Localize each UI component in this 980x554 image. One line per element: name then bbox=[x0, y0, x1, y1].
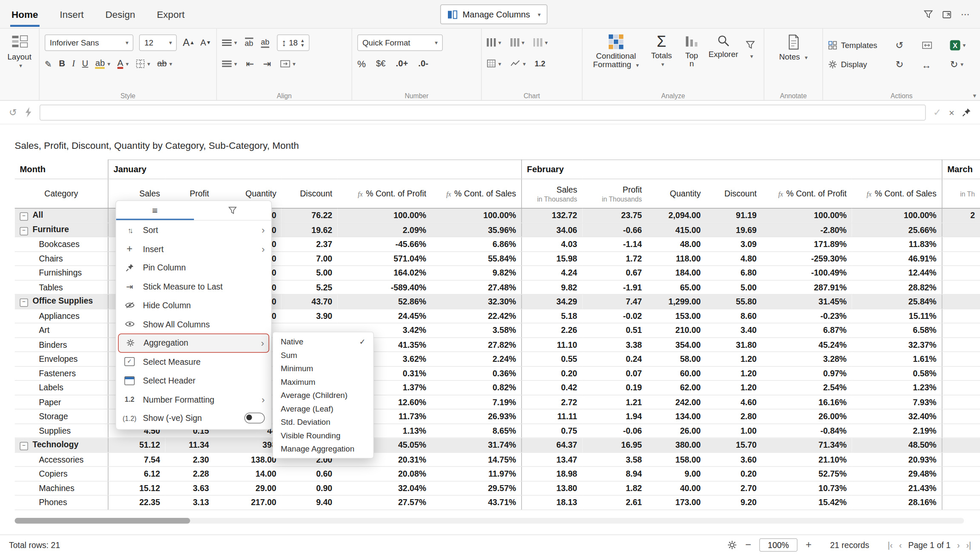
cell[interactable]: 0.90 bbox=[282, 481, 337, 495]
cell[interactable]: 3.13 bbox=[165, 495, 214, 510]
cell[interactable] bbox=[942, 280, 980, 295]
cell[interactable]: 1.23% bbox=[852, 381, 942, 395]
cell[interactable]: 2.26 bbox=[521, 323, 582, 338]
cell[interactable]: 1.82 bbox=[582, 481, 647, 495]
cell[interactable]: 64.37 bbox=[521, 438, 582, 452]
cell[interactable]: 31.74% bbox=[431, 438, 521, 452]
column-header-january-discount[interactable]: Discount bbox=[282, 179, 337, 208]
cell[interactable]: 91.19 bbox=[706, 208, 761, 223]
cell[interactable]: 19.69 bbox=[706, 223, 761, 237]
cell[interactable] bbox=[942, 309, 980, 323]
column-header-february-cont-of-profit[interactable]: fx% Cont. of Profit bbox=[762, 179, 852, 208]
row-header-furnishings[interactable]: Furnishings bbox=[15, 266, 108, 280]
cell[interactable]: 164.02% bbox=[337, 266, 431, 280]
cell[interactable]: 6.58% bbox=[852, 323, 942, 338]
format-painter-icon[interactable]: ✎ bbox=[45, 58, 52, 68]
tab-home[interactable]: Home bbox=[10, 2, 40, 27]
cell[interactable]: 7.47 bbox=[582, 294, 647, 309]
underline-button[interactable]: U bbox=[82, 59, 88, 68]
cell[interactable]: 31.45% bbox=[762, 294, 852, 309]
cell[interactable]: 2 bbox=[942, 208, 980, 223]
cell[interactable]: 7.54 bbox=[108, 452, 165, 467]
tab-export[interactable]: Export bbox=[156, 2, 186, 27]
cell[interactable] bbox=[942, 266, 980, 280]
cell[interactable]: 1.72 bbox=[582, 251, 647, 266]
cell[interactable]: 2.24% bbox=[431, 352, 521, 366]
cell[interactable]: -0.23% bbox=[762, 309, 852, 323]
cell[interactable]: 9.82 bbox=[521, 280, 582, 295]
cell[interactable]: 158.00 bbox=[647, 452, 706, 467]
cell[interactable]: 0.75 bbox=[521, 423, 582, 438]
cell[interactable]: 18.13 bbox=[521, 495, 582, 510]
cell[interactable]: 20.08% bbox=[337, 466, 431, 481]
cell[interactable]: 354.00 bbox=[647, 338, 706, 352]
quick-format-select[interactable]: Quick Format▾ bbox=[357, 34, 443, 51]
cell[interactable]: 5.18 bbox=[521, 309, 582, 323]
export-excel-icon[interactable]: X▾ bbox=[950, 40, 975, 51]
cell[interactable]: -100.49% bbox=[762, 266, 852, 280]
cell[interactable]: 210.00 bbox=[647, 323, 706, 338]
tab-design[interactable]: Design bbox=[104, 2, 137, 27]
fit-screen-icon[interactable] bbox=[922, 42, 941, 49]
cell[interactable]: 22.42% bbox=[431, 309, 521, 323]
cell[interactable] bbox=[942, 323, 980, 338]
cell[interactable]: 2.70 bbox=[706, 481, 761, 495]
layout-button[interactable]: Layout ▾ bbox=[5, 32, 34, 70]
cell[interactable]: 15.70 bbox=[706, 438, 761, 452]
formula-input[interactable] bbox=[39, 104, 926, 120]
cell[interactable]: 5.25 bbox=[282, 280, 337, 295]
row-header-chairs[interactable]: Chairs bbox=[15, 251, 108, 266]
cell[interactable]: 0.19 bbox=[582, 381, 647, 395]
cell[interactable]: 0.51 bbox=[582, 323, 647, 338]
cell[interactable]: 43.70 bbox=[282, 294, 337, 309]
cell[interactable]: 6.87% bbox=[762, 323, 852, 338]
column-header-february-profit[interactable]: Profitin Thousands bbox=[582, 179, 647, 208]
cell[interactable]: 12.44% bbox=[852, 266, 942, 280]
cell[interactable]: 380.00 bbox=[647, 438, 706, 452]
cell[interactable]: 26.00 bbox=[647, 423, 706, 438]
column-header-january-cont-of-sales[interactable]: fx% Cont. of Sales bbox=[431, 179, 521, 208]
cell[interactable]: 13.80 bbox=[521, 481, 582, 495]
cell[interactable]: 4.24 bbox=[521, 266, 582, 280]
submenu-item-average-children[interactable]: Average (Children) bbox=[273, 389, 373, 402]
cell[interactable]: 2.54% bbox=[762, 381, 852, 395]
row-header-phones[interactable]: Phones bbox=[15, 495, 108, 510]
cell[interactable]: 1.00 bbox=[706, 423, 761, 438]
row-header-tables[interactable]: Tables bbox=[15, 280, 108, 295]
cell[interactable]: 0.60 bbox=[282, 466, 337, 481]
increase-indent-icon[interactable]: ⇥ bbox=[263, 58, 271, 69]
cell[interactable]: 0.36% bbox=[431, 366, 521, 381]
collapse-icon[interactable]: − bbox=[20, 442, 28, 451]
collapse-ribbon-icon[interactable]: ▾ bbox=[973, 92, 976, 99]
submenu-item-minimum[interactable]: Minimum bbox=[273, 362, 373, 375]
analyze-filter-button[interactable]: ▾ bbox=[742, 32, 759, 61]
cell[interactable]: 52.86% bbox=[337, 294, 431, 309]
cell[interactable]: 52.75% bbox=[762, 466, 852, 481]
cell[interactable]: 16.16% bbox=[762, 395, 852, 409]
cell[interactable]: 32.40% bbox=[852, 409, 942, 423]
column-header-january-cont-of-profit[interactable]: fx% Cont. of Profit bbox=[337, 179, 431, 208]
cell[interactable]: -2.80% bbox=[762, 223, 852, 237]
menu-tab-filter[interactable] bbox=[194, 201, 271, 220]
cell[interactable]: 0.82% bbox=[431, 381, 521, 395]
cell[interactable]: 8.65% bbox=[431, 423, 521, 438]
cell[interactable]: 3.60 bbox=[706, 452, 761, 467]
cell[interactable]: 13.47 bbox=[521, 452, 582, 467]
cell[interactable] bbox=[942, 495, 980, 510]
cell[interactable]: 2.61 bbox=[582, 495, 647, 510]
negative-sign-toggle[interactable] bbox=[245, 413, 265, 424]
cell[interactable]: 2.72 bbox=[521, 395, 582, 409]
cell[interactable]: 29.00 bbox=[214, 481, 281, 495]
cell[interactable]: 60.00 bbox=[647, 366, 706, 381]
row-header-supplies[interactable]: Supplies bbox=[15, 423, 108, 438]
menu-item-show-ve-sign[interactable]: (1.2)Show (-ve) Sign bbox=[116, 409, 271, 428]
cell[interactable] bbox=[942, 423, 980, 438]
cell[interactable]: 242.00 bbox=[647, 395, 706, 409]
cell[interactable]: 2,094.00 bbox=[647, 208, 706, 223]
row-header-appliances[interactable]: Appliances bbox=[15, 309, 108, 323]
row-header-technology[interactable]: −Technology bbox=[15, 438, 108, 452]
top-n-button[interactable]: Top n bbox=[679, 32, 705, 68]
bold-button[interactable]: B bbox=[59, 59, 65, 68]
cell[interactable]: 62.00 bbox=[647, 381, 706, 395]
cell[interactable]: 40.00 bbox=[647, 481, 706, 495]
